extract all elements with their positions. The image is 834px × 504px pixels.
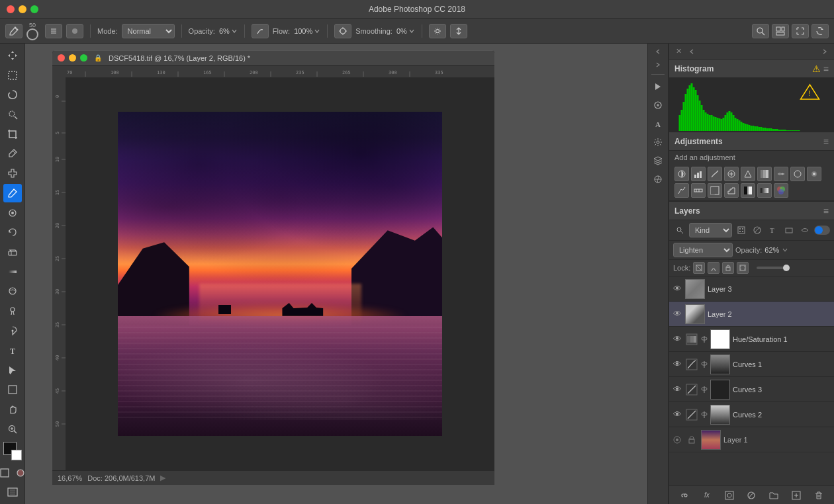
layer-item-hue-sat[interactable]: 👁 [669, 327, 834, 352]
curves-adj[interactable] [708, 167, 722, 181]
adjustments-menu-icon[interactable]: ≡ [823, 136, 829, 147]
layer-adj-bottom-icon[interactable] [744, 488, 759, 503]
lock-position-icon[interactable] [722, 262, 734, 274]
gradient-tool[interactable] [3, 263, 22, 281]
brush-hardness-btn[interactable] [66, 24, 83, 38]
rotate-icon[interactable] [811, 24, 829, 38]
quick-mask-btn[interactable] [13, 467, 26, 479]
layer-link-icon[interactable] [677, 488, 692, 503]
path-selection-tool[interactable] [3, 361, 22, 380]
filter-shape-icon[interactable] [782, 224, 796, 237]
add-layer-vert-btn[interactable] [650, 97, 666, 113]
brush-size-control[interactable]: 50 [26, 22, 38, 40]
marquee-tool[interactable] [3, 66, 22, 85]
type-tool[interactable]: T [3, 341, 22, 360]
new-layer-icon[interactable] [789, 488, 804, 503]
exposure-adj[interactable] [724, 167, 739, 181]
photo-filter-adj[interactable] [807, 167, 821, 181]
curves1-visibility[interactable]: 👁 [672, 359, 682, 370]
histogram-menu-icon[interactable]: ≡ [823, 63, 829, 74]
pressure-opacity-btn[interactable] [252, 24, 269, 38]
layer-item-curves1[interactable]: 👁 Curves 1 [669, 352, 834, 377]
pattern-vert-btn[interactable] [650, 171, 666, 187]
filter-pixel-icon[interactable] [735, 224, 748, 237]
crop-tool[interactable] [3, 125, 22, 144]
lock-artboard-icon[interactable] [737, 262, 749, 274]
curves2-visibility[interactable]: 👁 [672, 409, 682, 420]
filter-smart-icon[interactable] [798, 224, 811, 237]
hand-tool[interactable] [3, 400, 22, 419]
text-vert-btn[interactable]: A [650, 116, 666, 132]
filter-toggle[interactable] [814, 226, 830, 235]
invert-adj[interactable] [708, 183, 722, 198]
smoothing-control[interactable]: 0% [396, 27, 415, 35]
quick-select-tool[interactable] [3, 105, 22, 124]
layer-item-curves2[interactable]: 👁 Curves 2 [669, 402, 834, 427]
expand-icon[interactable] [792, 24, 809, 38]
layer2-visibility[interactable]: 👁 [672, 309, 682, 319]
curves3-visibility[interactable]: 👁 [672, 384, 682, 395]
collapse-panel-btn[interactable] [650, 46, 666, 57]
panel-expand-icon[interactable] [686, 46, 697, 57]
huesat-visibility[interactable]: 👁 [672, 334, 682, 345]
pen-tool[interactable] [3, 321, 22, 340]
filter-type-icon[interactable]: T [766, 224, 780, 237]
selective-color-adj[interactable] [774, 183, 788, 198]
eyedropper-tool[interactable] [3, 145, 22, 163]
channel-mixer-adj[interactable] [674, 183, 689, 198]
brush-options-btn[interactable] [45, 24, 62, 38]
brush-tool-icon[interactable] [5, 24, 23, 38]
gradient-map-adj[interactable] [757, 183, 772, 198]
blend-mode-select[interactable]: Lighten Normal Multiply Screen [673, 243, 733, 257]
lock-transparent-icon[interactable] [693, 262, 705, 274]
background-swatch[interactable] [11, 450, 22, 460]
opacity-row-value[interactable]: 62% [764, 246, 779, 254]
levels-adj[interactable] [691, 167, 706, 181]
black-white-adj[interactable] [790, 167, 805, 181]
healing-tool[interactable] [3, 164, 22, 183]
panel-arrangements-icon[interactable] [772, 24, 789, 38]
layers-vert-btn[interactable] [650, 153, 666, 169]
layer-item-layer1[interactable]: Layer 1 [669, 427, 834, 452]
airbrush-btn[interactable] [334, 24, 351, 38]
mode-select[interactable]: Normal Multiply Screen [122, 24, 175, 38]
screen-mode-btn[interactable] [3, 483, 22, 501]
layer-item-curves3[interactable]: 👁 Curves 3 [669, 377, 834, 402]
panel-close-icon[interactable]: ✕ [673, 46, 684, 57]
doc-maximize-btn[interactable] [80, 54, 87, 62]
layers-menu-icon[interactable]: ≡ [823, 206, 829, 216]
history-brush-tool[interactable] [3, 223, 22, 241]
lasso-tool[interactable] [3, 85, 22, 104]
doc-minimize-btn[interactable] [69, 54, 76, 62]
more-arrow[interactable]: ▶ [160, 474, 165, 482]
settings-vert-btn[interactable] [650, 134, 666, 150]
layer-mask-icon[interactable] [722, 488, 737, 503]
close-button[interactable] [7, 5, 15, 13]
layer-item-layer2[interactable]: 👁 Layer 2 [669, 302, 834, 327]
standard-mode-btn[interactable] [0, 467, 12, 479]
lock-image-icon[interactable] [708, 262, 719, 274]
symmetry-btn[interactable] [450, 24, 467, 38]
color-balance-adj[interactable] [774, 167, 788, 181]
maximize-button[interactable] [30, 5, 38, 13]
layer-filter-select[interactable]: Kind [689, 223, 732, 237]
layer-fx-icon[interactable]: fx [700, 488, 714, 503]
zoom-tool[interactable] [3, 420, 22, 439]
clone-stamp-tool[interactable] [3, 204, 22, 222]
layer1-visibility[interactable] [672, 435, 682, 445]
hue-saturation-adj[interactable] [757, 167, 772, 181]
color-lookup-adj[interactable] [691, 183, 706, 198]
minimize-button[interactable] [19, 5, 26, 13]
play-action-btn[interactable] [650, 79, 666, 95]
doc-close-btn[interactable] [58, 54, 65, 62]
vibrance-adj[interactable] [741, 167, 755, 181]
brush-tool[interactable] [3, 184, 22, 202]
eraser-tool[interactable] [3, 243, 22, 261]
layer3-visibility[interactable]: 👁 [672, 284, 682, 294]
move-tool[interactable] [3, 46, 22, 65]
blur-tool[interactable] [3, 282, 22, 301]
canvas-scroll-area[interactable] [66, 77, 494, 470]
foreground-background-swatches[interactable] [3, 442, 22, 460]
delete-layer-icon[interactable] [811, 488, 826, 503]
layer-group-icon[interactable] [766, 488, 781, 503]
